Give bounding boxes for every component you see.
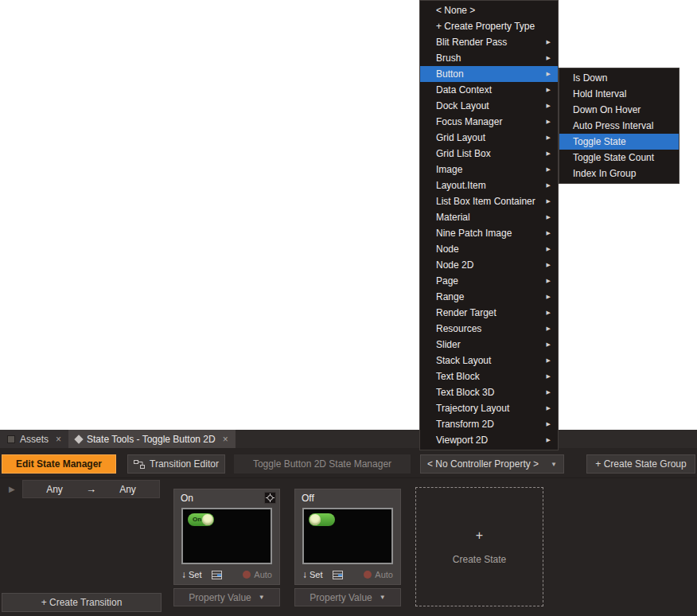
property-value-dropdown-off[interactable]: Property Value ▼ [294, 588, 401, 606]
submenu-item[interactable]: Hold Interval [559, 86, 679, 102]
controller-property-dropdown[interactable]: < No Controller Property > ▼ [420, 454, 564, 474]
state-card-on[interactable]: On On ↓ Set [173, 489, 280, 585]
create-transition-button[interactable]: + Create Transition [2, 593, 162, 612]
menu-item[interactable]: Blit Render Pass▶ [420, 34, 558, 50]
screen: Assets × State Tools - Toggle Button 2D … [0, 0, 697, 616]
chevron-down-icon: ▼ [551, 461, 557, 468]
pinned-properties-icon[interactable] [333, 571, 343, 579]
close-icon[interactable]: × [56, 434, 61, 445]
toggle-button-preview [309, 513, 335, 526]
toggle-knob [202, 514, 213, 525]
submenu-item-toggle-state[interactable]: Toggle State [559, 134, 679, 150]
submenu-arrow-icon: ▶ [547, 368, 551, 384]
submenu-arrow-icon: ▶ [547, 384, 551, 400]
menu-item[interactable]: Trajectory Layout▶ [420, 400, 558, 416]
submenu-arrow-icon: ▶ [547, 432, 551, 448]
menu-item[interactable]: Node▶ [420, 241, 558, 257]
set-button[interactable]: ↓ Set [181, 569, 202, 580]
plus-icon: + [476, 528, 483, 543]
submenu-arrow-icon: ▶ [547, 241, 551, 257]
submenu-item[interactable]: Index In Group [559, 166, 679, 181]
property-value-dropdown-on[interactable]: Property Value ▼ [173, 588, 280, 606]
menu-item[interactable]: Render Target▶ [420, 305, 558, 321]
submenu-arrow-icon: ▶ [547, 353, 551, 368]
submenu-arrow-icon: ▶ [547, 321, 551, 337]
submenu-arrow-icon: ▶ [547, 273, 551, 289]
edit-state-manager-button[interactable]: Edit State Manager [2, 454, 116, 474]
submenu-arrow-icon: ▶ [547, 130, 551, 146]
menu-item[interactable]: Focus Manager▶ [420, 114, 558, 130]
auto-toggle[interactable]: Auto [364, 570, 393, 579]
submenu-arrow-icon: ▶ [547, 416, 551, 432]
state-name: Off [302, 493, 314, 504]
state-card-header: Off [295, 489, 400, 506]
submenu-arrow-icon: ▶ [547, 289, 551, 305]
set-button[interactable]: ↓ Set [302, 569, 323, 580]
menu-item[interactable]: Text Block 3D▶ [420, 384, 558, 400]
menu-item[interactable]: Range▶ [420, 289, 558, 305]
transition-arrow-icon: → [86, 483, 96, 495]
menu-item[interactable]: Grid Layout▶ [420, 130, 558, 146]
pinned-properties-icon[interactable] [212, 571, 222, 579]
menu-item-none[interactable]: < None > [420, 2, 558, 18]
menu-item[interactable]: Viewport 2D▶ [420, 432, 558, 448]
state-thumbnail: On [181, 508, 272, 564]
menu-item[interactable]: Resources▶ [420, 321, 558, 337]
tab-state-tools[interactable]: State Tools - Toggle Button 2D × [68, 430, 236, 448]
tab-bar: Assets × State Tools - Toggle Button 2D … [0, 430, 697, 448]
auto-toggle[interactable]: Auto [243, 570, 272, 579]
tab-label: State Tools - Toggle Button 2D [87, 434, 216, 445]
state-card-off[interactable]: Off ↓ Set [294, 489, 401, 585]
menu-item[interactable]: Page▶ [420, 273, 558, 289]
create-state-group-button[interactable]: + Create State Group [586, 454, 695, 474]
play-icon: ▶ [9, 480, 15, 498]
menu-item[interactable]: Stack Layout▶ [420, 353, 558, 368]
transition-from[interactable]: Any [23, 484, 86, 495]
menu-item-button[interactable]: Button▶ [420, 66, 558, 82]
set-arrow-icon: ↓ [302, 569, 307, 580]
auto-indicator-icon [243, 571, 251, 579]
toggle-button-preview: On [188, 513, 214, 526]
transition-editor-icon [134, 460, 145, 469]
menu-item[interactable]: Slider▶ [420, 337, 558, 353]
tab-assets[interactable]: Assets × [0, 430, 68, 448]
submenu-arrow-icon: ▶ [547, 225, 551, 241]
submenu-item[interactable]: Toggle State Count [559, 150, 679, 166]
toggle-knob [310, 514, 321, 525]
submenu-arrow-icon: ▶ [547, 82, 551, 98]
close-icon[interactable]: × [223, 434, 228, 445]
menu-item[interactable]: Text Block▶ [420, 368, 558, 384]
state-manager-title: Toggle Button 2D State Manager [234, 454, 411, 474]
submenu-item[interactable]: Is Down [559, 70, 679, 86]
menu-item[interactable]: Data Context▶ [420, 82, 558, 98]
submenu-item[interactable]: Down On Hover [559, 102, 679, 118]
state-tools-panel: Assets × State Tools - Toggle Button 2D … [0, 430, 697, 616]
menu-item[interactable]: Brush▶ [420, 50, 558, 66]
transition-editor-button[interactable]: Transition Editor [127, 454, 225, 474]
create-state-button[interactable]: + Create State [415, 487, 543, 606]
menu-item[interactable]: Node 2D▶ [420, 257, 558, 273]
set-arrow-icon: ↓ [181, 569, 186, 580]
menu-item[interactable]: Dock Layout▶ [420, 98, 558, 114]
menu-item[interactable]: List Box Item Container▶ [420, 193, 558, 209]
menu-item[interactable]: Nine Patch Image▶ [420, 225, 558, 241]
transition-to[interactable]: Any [96, 484, 159, 495]
tab-label: Assets [20, 434, 49, 445]
menu-item[interactable]: Grid List Box▶ [420, 146, 558, 162]
menu-item[interactable]: Material▶ [420, 209, 558, 225]
menu-item[interactable]: Image▶ [420, 162, 558, 177]
chevron-down-icon: ▼ [259, 594, 265, 601]
menu-item[interactable]: Layout.Item▶ [420, 177, 558, 193]
submenu-item[interactable]: Auto Press Interval [559, 118, 679, 134]
menu-item[interactable]: Transform 2D▶ [420, 416, 558, 432]
submenu-arrow-icon: ▶ [547, 257, 551, 273]
submenu-arrow-icon: ▶ [547, 66, 551, 82]
state-tools-toolbar: Edit State Manager Transition Editor Tog… [0, 448, 697, 478]
state-card-header: On [174, 489, 279, 506]
menu-item-create-property-type[interactable]: + Create Property Type [420, 18, 558, 34]
state-name: On [181, 493, 193, 504]
active-state-icon[interactable] [264, 492, 276, 504]
submenu-arrow-icon: ▶ [547, 209, 551, 225]
state-card-footer: ↓ Set Auto [174, 567, 279, 582]
transition-row[interactable]: Any → Any [22, 480, 160, 498]
